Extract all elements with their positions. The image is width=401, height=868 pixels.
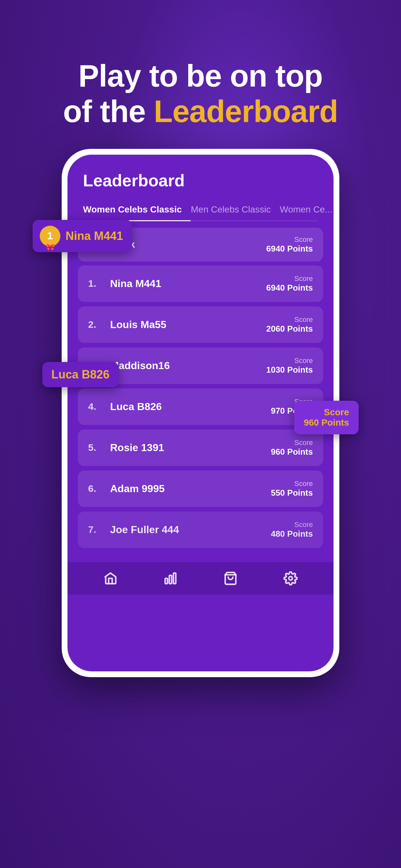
player-name-2: Louis Ma55 <box>110 319 166 331</box>
table-row: 1. Nina M441 Score 6940 Points <box>78 266 323 302</box>
you-score-label: Score <box>266 236 313 244</box>
chart-icon <box>163 571 178 585</box>
score-badge-points: 960 Points <box>304 417 349 428</box>
tab-men-celebs-classic[interactable]: Men Celebs Classic <box>191 200 280 221</box>
svg-rect-1 <box>169 576 172 584</box>
table-row: 7. Joe Fuller 444 Score 480 Points <box>78 512 323 548</box>
table-row: 2. Louis Ma55 Score 2060 Points <box>78 306 323 343</box>
medal-icon: 1 🎀 <box>40 226 60 246</box>
app-header: Leaderboard Women Celebs Classic Men Cel… <box>67 155 334 221</box>
score-badge-label: Score <box>304 407 349 417</box>
player-name-4: Luca B826 <box>110 401 162 413</box>
cart-icon <box>223 571 238 585</box>
score-badge: Score 960 Points <box>294 401 359 434</box>
settings-icon <box>283 571 298 585</box>
nina-badge: 1 🎀 Nina M441 <box>33 220 132 252</box>
tab-women-celebs-classic[interactable]: Women Celebs Classic <box>83 200 191 221</box>
table-row: 5. Rosie 1391 Score 960 Points <box>78 430 323 466</box>
player-name-7: Joe Fuller 444 <box>110 524 179 536</box>
bottom-nav <box>67 562 334 594</box>
rank-4: 4. <box>88 401 104 412</box>
leaderboard-list: You. Zack Score 6940 Points 1. Nina M441 <box>67 221 334 559</box>
svg-point-4 <box>289 577 292 580</box>
player-name-3: Maddison16 <box>110 360 170 372</box>
app-title: Leaderboard <box>83 171 318 190</box>
svg-rect-0 <box>165 578 167 584</box>
player-name-1: Nina M441 <box>110 278 161 290</box>
rank-7: 7. <box>88 524 104 535</box>
settings-nav-button[interactable] <box>283 571 298 585</box>
you-score-points: 6940 Points <box>266 244 313 254</box>
rank-1: 1. <box>88 278 104 289</box>
rank-6: 6. <box>88 483 104 494</box>
rank-5: 5. <box>88 442 104 453</box>
shop-nav-button[interactable] <box>223 571 238 585</box>
player-name-5: Rosie 1391 <box>110 442 164 454</box>
home-nav-button[interactable] <box>103 571 118 585</box>
tab-women-ce[interactable]: Women Ce... <box>280 200 334 221</box>
home-icon <box>103 571 118 585</box>
ribbon-icon: 🎀 <box>46 243 55 252</box>
nina-badge-name: Nina M441 <box>66 229 123 243</box>
player-name-6: Adam 9995 <box>110 483 165 495</box>
hero-section: Play to be on top of the Leaderboard <box>0 0 401 149</box>
stats-nav-button[interactable] <box>163 571 178 585</box>
table-row: 6. Adam 9995 Score 550 Points <box>78 470 323 507</box>
table-row: 4. Luca B826 Score 970 Points <box>78 389 323 425</box>
luca-badge-name: Luca B826 <box>51 368 110 381</box>
hero-title: Play to be on top of the Leaderboard <box>0 58 401 129</box>
phone-mockup: 1 🎀 Nina M441 Luca B826 Score 960 Points… <box>62 149 339 677</box>
svg-rect-2 <box>174 573 176 584</box>
rank-2: 2. <box>88 319 104 330</box>
luca-badge: Luca B826 <box>42 362 119 387</box>
tabs-container: Women Celebs Classic Men Celebs Classic … <box>83 200 318 221</box>
you-score-block: Score 6940 Points <box>266 236 313 254</box>
